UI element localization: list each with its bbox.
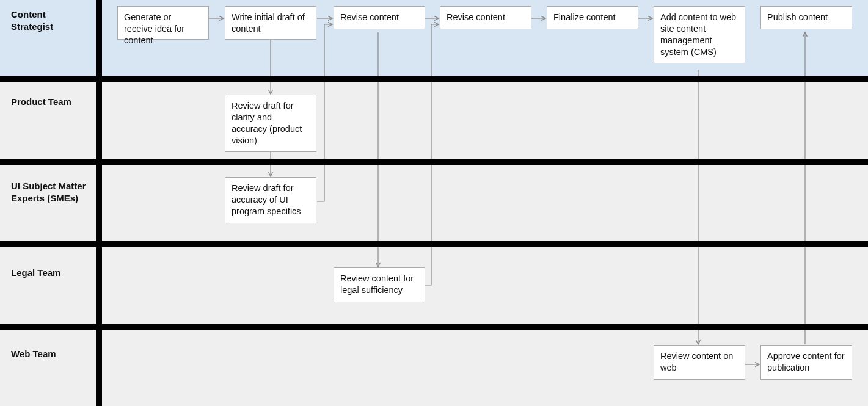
node-generate-idea: Generate or receive idea for content [117, 6, 209, 40]
node-revise-2: Revise content [440, 6, 531, 29]
node-review-sme: Review draft for accuracy of UI program … [225, 177, 316, 223]
lane-label-product-team: Product Team [11, 96, 78, 108]
lane-separator [0, 241, 868, 247]
lane-bg-legal-team [0, 247, 868, 324]
node-review-product: Review draft for clarity and accuracy (p… [225, 95, 316, 152]
node-add-cms: Add content to web site content manageme… [654, 6, 745, 63]
lane-bg-sme-team [0, 165, 868, 241]
node-approve-web: Approve content for publication [760, 345, 852, 380]
lane-separator [0, 324, 868, 330]
node-review-legal: Review content for legal sufficiency [334, 267, 425, 302]
swimlane-diagram: Content Strategist Product Team UI Subje… [0, 0, 868, 406]
label-flow-separator [96, 0, 102, 406]
node-revise-1: Revise content [334, 6, 425, 29]
node-publish: Publish content [760, 6, 852, 29]
lane-bg-product-team [0, 82, 868, 159]
lane-label-web-team: Web Team [11, 348, 84, 360]
lane-label-sme-team: UI Subject Matter Experts (SMEs) [11, 180, 90, 205]
node-finalize: Finalize content [547, 6, 638, 29]
lane-label-legal-team: Legal Team [11, 267, 84, 279]
lane-separator [0, 76, 868, 82]
lane-separator [0, 159, 868, 165]
lane-label-content-strategist: Content Strategist [11, 9, 78, 34]
node-review-web: Review content on web [654, 345, 745, 380]
node-write-draft: Write initial draft of content [225, 6, 316, 40]
